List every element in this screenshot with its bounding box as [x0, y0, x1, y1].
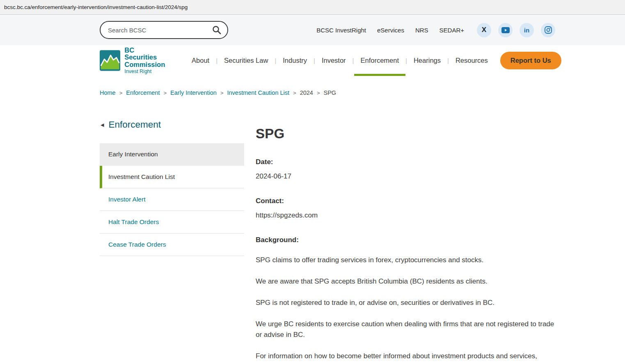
instagram-icon: [545, 26, 552, 34]
main-navigation: BC Securities Commission Invest Right Ab…: [0, 45, 625, 76]
page-title: SPG: [256, 126, 559, 142]
browser-url-bar[interactable]: bcsc.bc.ca/enforcement/early-interventio…: [0, 0, 625, 15]
breadcrumb-separator: [293, 90, 296, 96]
x-twitter-icon: X: [482, 26, 486, 34]
linkedin-link[interactable]: in: [520, 23, 534, 37]
nav-item-hearings[interactable]: Hearings: [407, 45, 447, 76]
contact-value: https://spgzeds.com: [256, 211, 559, 220]
background-paragraph: We are aware that SPG accepts British Co…: [256, 276, 559, 287]
page-content: ◀ Enforcement Early Intervention Investm…: [0, 119, 625, 364]
site-search[interactable]: [100, 21, 228, 39]
header-link-eservices[interactable]: eServices: [377, 27, 404, 34]
background-paragraph: SPG claims to offer trading services in …: [256, 255, 559, 266]
sidebar-menu: Early Intervention Investment Caution Li…: [100, 143, 244, 256]
nav-items: About Securities Law Industry Investor E…: [185, 45, 495, 76]
sidebar-title: Enforcement: [108, 119, 161, 130]
bcsc-logo[interactable]: BC Securities Commission Invest Right: [100, 47, 166, 75]
breadcrumb-spg: SPG: [324, 89, 337, 96]
breadcrumb-home[interactable]: Home: [100, 89, 116, 96]
youtube-link[interactable]: [498, 23, 513, 37]
nav-item-securities-law[interactable]: Securities Law: [217, 45, 275, 76]
logo-line2: Commission: [124, 61, 166, 68]
breadcrumb-separator: [164, 90, 167, 96]
date-label: Date:: [256, 158, 559, 166]
breadcrumb-early-intervention[interactable]: Early Intervention: [170, 89, 217, 96]
sidebar-item-halt-trade-orders[interactable]: Halt Trade Orders: [100, 211, 244, 234]
nav-item-investor[interactable]: Investor: [315, 45, 353, 76]
bcsc-logo-icon: [100, 50, 120, 71]
sidebar-item-investment-caution-list[interactable]: Investment Caution List: [100, 166, 244, 188]
header-link-investright[interactable]: BCSC InvestRight: [316, 27, 366, 34]
site-utility-header: BCSC InvestRight eServices NRS SEDAR+ X …: [0, 15, 625, 45]
report-to-us-button[interactable]: Report to Us: [500, 52, 561, 69]
search-icon: [212, 25, 222, 35]
breadcrumb-separator: [119, 90, 123, 96]
sidebar-item-investor-alert[interactable]: Investor Alert: [100, 188, 244, 211]
investright-paragraph: For information on how to become better …: [256, 351, 559, 364]
search-input[interactable]: [108, 27, 212, 34]
investright-text: For information on how to become better …: [256, 352, 537, 364]
chevron-left-icon: ◀: [101, 123, 104, 127]
nav-item-industry[interactable]: Industry: [276, 45, 314, 76]
breadcrumb-separator: [220, 90, 224, 96]
page-url[interactable]: bcsc.bc.ca/enforcement/early-interventio…: [4, 4, 188, 10]
background-label: Background:: [256, 236, 559, 244]
search-button[interactable]: [212, 25, 222, 35]
date-value: 2024-06-17: [256, 172, 559, 181]
nav-item-enforcement[interactable]: Enforcement: [354, 45, 406, 76]
sidebar-enforcement-header[interactable]: ◀ Enforcement: [101, 119, 244, 130]
header-link-sedar[interactable]: SEDAR+: [440, 27, 464, 34]
linkedin-icon: in: [524, 27, 529, 34]
article: SPG Date: 2024-06-17 Contact: https://sp…: [256, 119, 559, 364]
background-paragraph: SPG is not registered to trade in, or ad…: [256, 298, 559, 308]
sidebar-item-cease-trade-orders[interactable]: Cease Trade Orders: [100, 234, 244, 256]
header-link-nrs[interactable]: NRS: [415, 27, 428, 34]
contact-label: Contact:: [256, 197, 559, 205]
enforcement-sidebar: ◀ Enforcement Early Intervention Investm…: [100, 119, 244, 256]
breadcrumb-enforcement[interactable]: Enforcement: [126, 89, 160, 96]
breadcrumb-2024: 2024: [300, 89, 313, 96]
logo-tagline: Invest Right: [124, 69, 166, 74]
logo-line1: BC Securities: [124, 47, 166, 61]
youtube-icon: [501, 27, 510, 33]
bcsc-logo-text: BC Securities Commission Invest Right: [124, 47, 166, 75]
breadcrumb-separator: [317, 90, 320, 96]
breadcrumb-investment-caution-list[interactable]: Investment Caution List: [227, 89, 290, 96]
sidebar-item-early-intervention[interactable]: Early Intervention: [100, 143, 244, 166]
nav-item-about[interactable]: About: [185, 45, 216, 76]
breadcrumb: Home Enforcement Early Intervention Inve…: [100, 89, 625, 96]
social-links: X in: [477, 23, 555, 37]
instagram-link[interactable]: [541, 23, 555, 37]
nav-item-resources[interactable]: Resources: [449, 45, 495, 76]
x-twitter-link[interactable]: X: [477, 23, 491, 37]
background-paragraph: We urge BC residents to exercise caution…: [256, 319, 559, 340]
